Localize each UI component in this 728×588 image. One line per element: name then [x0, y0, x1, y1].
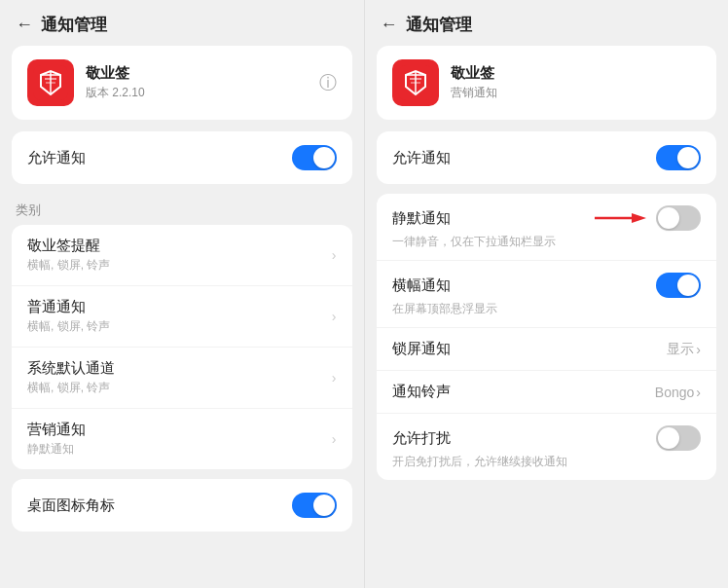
right-banner-label: 横幅通知: [392, 276, 451, 295]
left-desktop-icon-label: 桌面图标角标: [27, 496, 115, 515]
right-banner-toggle[interactable]: [656, 273, 701, 298]
left-allow-notify-card: 允许通知: [12, 131, 352, 184]
list-item[interactable]: 系统默认通道 横幅, 锁屏, 铃声 ›: [12, 348, 352, 409]
list-item[interactable]: 敬业签提醒 横幅, 锁屏, 铃声 ›: [12, 225, 352, 286]
category-1-main: 普通通知: [27, 298, 110, 316]
right-settings-group: 静默通知 一律静音，仅在下拉通知栏显示 横幅通知: [377, 194, 717, 480]
right-page-title: 通知管理: [406, 14, 472, 36]
right-lock-label: 锁屏通知: [392, 340, 451, 358]
category-2-sub: 横幅, 锁屏, 铃声: [27, 380, 115, 396]
category-0-sub: 横幅, 锁屏, 铃声: [27, 257, 110, 274]
left-desktop-icon-row: 桌面图标角标: [27, 479, 337, 532]
right-back-button[interactable]: ←: [381, 15, 398, 35]
right-app-details: 敬业签 营销通知: [451, 64, 702, 101]
right-dnd-toggle[interactable]: [656, 425, 701, 451]
right-allow-notify-row: 允许通知: [392, 131, 702, 184]
right-panel: ← 通知管理 敬业签 营销通知 允许通知: [365, 0, 729, 588]
left-allow-notify-row: 允许通知: [27, 131, 337, 184]
left-app-info-card: 敬业签 版本 2.2.10 ⓘ: [12, 46, 352, 120]
right-lock-screen-row[interactable]: 锁屏通知 显示 ›: [377, 328, 717, 371]
chevron-icon-0: ›: [332, 247, 337, 263]
left-app-details: 敬业签 版本 2.2.10: [86, 64, 319, 101]
right-sound-row[interactable]: 通知铃声 Bongo ›: [377, 371, 717, 414]
right-dnd-desc: 开启免打扰后，允许继续接收通知: [392, 454, 702, 470]
left-info-icon[interactable]: ⓘ: [319, 71, 337, 94]
left-allow-notify-toggle[interactable]: [292, 145, 337, 170]
right-lock-value: 显示: [667, 341, 694, 358]
category-1-sub: 横幅, 锁屏, 铃声: [27, 318, 110, 335]
right-dnd-knob: [658, 427, 679, 449]
right-sound-value: Bongo: [655, 385, 694, 400]
right-silent-knob: [658, 207, 679, 229]
left-panel: ← 通知管理 敬业签 版本 2.2.10 ⓘ 允许通知: [0, 0, 365, 588]
right-dnd-label: 允许打扰: [392, 429, 451, 448]
svg-marker-3: [632, 213, 646, 223]
left-desktop-icon-card: 桌面图标角标: [12, 479, 352, 532]
left-back-button[interactable]: ←: [16, 15, 33, 35]
chevron-icon-1: ›: [332, 309, 337, 324]
right-lock-chevron: ›: [696, 342, 701, 357]
category-2-main: 系统默认通道: [27, 359, 115, 378]
left-category-list: 敬业签提醒 横幅, 锁屏, 铃声 › 普通通知 横幅, 锁屏, 铃声 › 系统默…: [12, 225, 352, 469]
category-0-main: 敬业签提醒: [27, 237, 110, 255]
left-app-icon: [27, 59, 74, 106]
right-allow-notify-card: 允许通知: [377, 131, 717, 184]
left-category-label: 类别: [0, 194, 364, 223]
category-3-sub: 静默通知: [27, 441, 86, 458]
category-3-main: 营销通知: [27, 421, 86, 439]
right-dnd-row: 允许打扰 开启免打扰后，允许继续接收通知: [377, 414, 717, 480]
left-page-title: 通知管理: [41, 14, 107, 36]
chevron-icon-2: ›: [332, 370, 337, 386]
left-header: ← 通知管理: [0, 0, 364, 46]
left-allow-notify-knob: [313, 147, 335, 168]
right-sound-label: 通知铃声: [392, 383, 451, 401]
right-banner-desc: 在屏幕顶部悬浮显示: [392, 301, 702, 317]
right-silent-label: 静默通知: [392, 209, 451, 228]
right-allow-notify-knob: [677, 147, 699, 168]
right-banner-knob: [677, 275, 699, 296]
right-header: ← 通知管理: [365, 0, 729, 46]
right-app-icon: [392, 59, 439, 106]
left-app-version: 版本 2.2.10: [86, 85, 319, 101]
right-app-info-card: 敬业签 营销通知: [377, 46, 717, 120]
right-app-sub: 营销通知: [451, 85, 702, 101]
right-silent-desc: 一律静音，仅在下拉通知栏显示: [392, 234, 702, 250]
right-silent-notify-row: 静默通知 一律静音，仅在下拉通知栏显示: [377, 194, 717, 261]
left-desktop-icon-toggle[interactable]: [292, 493, 337, 518]
right-silent-toggle[interactable]: [656, 205, 701, 231]
right-allow-notify-label: 允许通知: [392, 149, 451, 167]
left-allow-notify-label: 允许通知: [27, 149, 86, 167]
right-allow-notify-toggle[interactable]: [656, 145, 701, 170]
left-app-name: 敬业签: [86, 64, 319, 83]
chevron-icon-3: ›: [332, 431, 337, 447]
right-banner-notify-row: 横幅通知 在屏幕顶部悬浮显示: [377, 261, 717, 328]
red-arrow-icon: [593, 208, 646, 228]
right-app-name: 敬业签: [451, 64, 702, 83]
list-item[interactable]: 营销通知 静默通知 ›: [12, 409, 352, 469]
left-desktop-knob: [313, 495, 335, 516]
list-item[interactable]: 普通通知 横幅, 锁屏, 铃声 ›: [12, 286, 352, 348]
right-sound-chevron: ›: [696, 385, 701, 400]
